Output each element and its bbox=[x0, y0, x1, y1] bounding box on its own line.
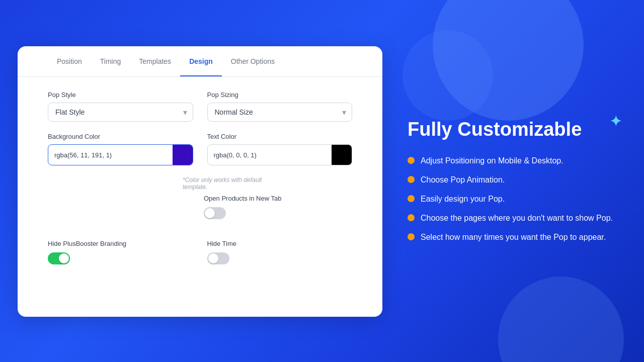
open-products-section: Open Products in New Tab bbox=[204, 195, 304, 219]
feature-text-4: Choose the pages where you don't want to… bbox=[421, 212, 613, 224]
background-color-swatch[interactable] bbox=[173, 145, 193, 165]
hide-branding-wrapper bbox=[48, 252, 193, 264]
text-color-input-wrapper bbox=[207, 144, 353, 165]
pop-style-label: Pop Style bbox=[48, 91, 193, 99]
color-row: Background Color Text Color bbox=[48, 133, 352, 165]
right-panel: Fully Customizable ✦ Adjust Positioning … bbox=[397, 0, 644, 362]
feature-text-5: Select how many times you want the Pop t… bbox=[421, 231, 606, 243]
feature-item-4: Choose the pages where you don't want to… bbox=[408, 212, 616, 224]
sparkle-icon: ✦ bbox=[610, 114, 621, 130]
feature-item-3: Easily design your Pop. bbox=[408, 193, 616, 205]
open-products-toggle[interactable] bbox=[204, 207, 226, 219]
feature-bullet-3 bbox=[408, 195, 415, 202]
feature-bullet-4 bbox=[408, 214, 415, 221]
tab-timing[interactable]: Timing bbox=[91, 46, 130, 76]
right-panel-title-text: Fully Customizable bbox=[408, 119, 582, 140]
toggles-row: Hide PlusBooster Branding Hide Time bbox=[48, 240, 352, 264]
hide-time-label: Hide Time bbox=[207, 240, 353, 247]
hide-time-toggle-knob bbox=[208, 253, 218, 263]
background-color-label: Background Color bbox=[48, 133, 193, 140]
text-color-group: Text Color bbox=[207, 133, 353, 165]
tab-templates[interactable]: Templates bbox=[130, 46, 180, 76]
settings-panel: Position Timing Templates Design Other O… bbox=[18, 46, 382, 317]
pop-style-select[interactable]: Flat Style bbox=[48, 103, 193, 122]
background-color-input[interactable] bbox=[48, 146, 173, 164]
text-color-input[interactable] bbox=[208, 146, 332, 164]
hide-branding-toggle[interactable] bbox=[48, 252, 70, 264]
pop-sizing-label: Pop Sizing bbox=[207, 91, 353, 99]
pop-sizing-select[interactable]: Normal Size bbox=[207, 103, 353, 122]
open-products-label: Open Products in New Tab bbox=[204, 195, 304, 202]
tab-other-options[interactable]: Other Options bbox=[222, 46, 284, 76]
hide-branding-label: Hide PlusBooster Branding bbox=[48, 240, 193, 247]
hide-branding-group: Hide PlusBooster Branding bbox=[48, 240, 193, 264]
feature-text-3: Easily design your Pop. bbox=[421, 193, 505, 205]
pop-sizing-group: Pop Sizing Normal Size ▾ bbox=[207, 91, 353, 122]
color-note-text: *Color only works with default template. bbox=[183, 176, 278, 191]
hide-time-toggle[interactable] bbox=[207, 252, 229, 264]
panel-content: Pop Style Flat Style ▾ Pop Sizing Normal… bbox=[18, 77, 382, 279]
feature-bullet-1 bbox=[408, 157, 415, 164]
right-panel-title: Fully Customizable ✦ bbox=[408, 119, 616, 141]
text-color-swatch[interactable] bbox=[332, 145, 352, 165]
features-list: Adjust Positioning on Mobile & Desktop. … bbox=[408, 155, 616, 243]
feature-item-2: Choose Pop Animation. bbox=[408, 174, 616, 186]
color-picker-container: *Color only works with default template.… bbox=[48, 169, 352, 235]
open-products-toggle-knob bbox=[205, 208, 215, 218]
hide-time-group: Hide Time bbox=[207, 240, 353, 264]
feature-bullet-2 bbox=[408, 176, 415, 183]
background-color-input-wrapper bbox=[48, 144, 193, 165]
feature-text-2: Choose Pop Animation. bbox=[421, 174, 505, 186]
pop-sizing-select-wrapper: Normal Size ▾ bbox=[207, 103, 353, 122]
style-sizing-row: Pop Style Flat Style ▾ Pop Sizing Normal… bbox=[48, 91, 352, 122]
feature-item-1: Adjust Positioning on Mobile & Desktop. bbox=[408, 155, 616, 167]
tabs-bar: Position Timing Templates Design Other O… bbox=[18, 46, 382, 77]
color-note-wrapper: *Color only works with default template. bbox=[183, 174, 278, 191]
feature-bullet-5 bbox=[408, 233, 415, 240]
tab-position[interactable]: Position bbox=[48, 46, 91, 76]
background-color-group: Background Color bbox=[48, 133, 193, 165]
tab-design[interactable]: Design bbox=[180, 46, 222, 76]
feature-item-5: Select how many times you want the Pop t… bbox=[408, 231, 616, 243]
feature-text-1: Adjust Positioning on Mobile & Desktop. bbox=[421, 155, 564, 167]
text-color-label: Text Color bbox=[207, 133, 353, 140]
hide-time-wrapper bbox=[207, 252, 353, 264]
pop-style-select-wrapper: Flat Style ▾ bbox=[48, 103, 193, 122]
hide-branding-toggle-knob bbox=[59, 253, 69, 263]
pop-style-group: Pop Style Flat Style ▾ bbox=[48, 91, 193, 122]
